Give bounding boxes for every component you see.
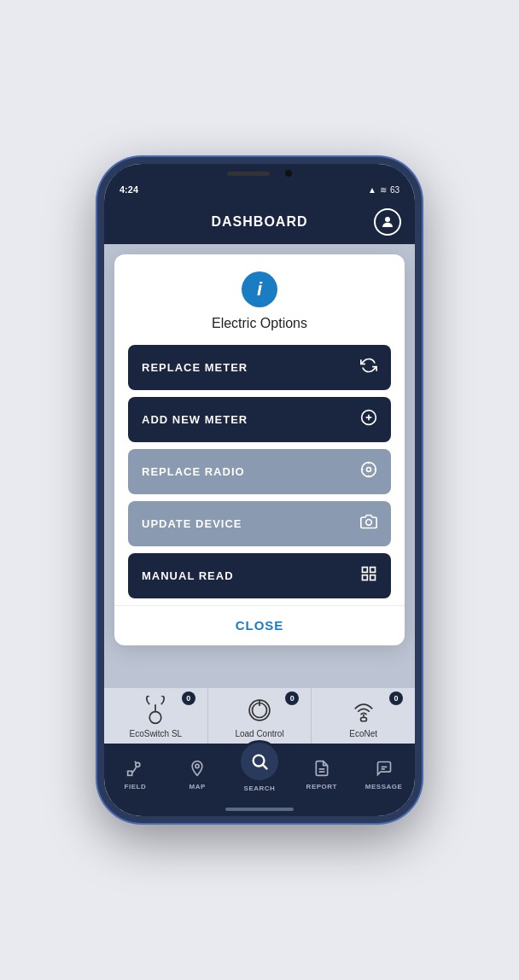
svg-point-0 [385, 217, 390, 222]
econet-badge: 0 [389, 691, 403, 705]
speaker [227, 172, 270, 176]
svg-point-24 [195, 764, 199, 767]
add-new-meter-label: ADD NEW METER [142, 413, 248, 426]
camera-icon [360, 513, 377, 534]
replace-meter-button[interactable]: REPLACE METER [128, 345, 391, 390]
report-icon [313, 760, 330, 781]
svg-point-25 [254, 755, 265, 767]
svg-rect-20 [360, 718, 366, 721]
status-time: 4:24 [120, 184, 368, 195]
icon-grid: 0 EcoSwitch SL 0 [104, 688, 415, 744]
status-icons: ▲ ≋ 63 [368, 185, 399, 195]
replace-meter-icon [360, 357, 377, 378]
replace-radio-label: REPLACE RADIO [142, 465, 245, 478]
replace-radio-button[interactable]: REPLACE RADIO [128, 449, 391, 494]
home-indicator [104, 804, 415, 816]
svg-rect-14 [370, 575, 376, 580]
add-meter-icon [360, 409, 377, 430]
close-button[interactable]: CLOSE [114, 605, 405, 645]
bottom-nav: FIELD MAP SEARCH [104, 744, 415, 804]
svg-point-10 [366, 520, 372, 526]
search-circle [238, 740, 281, 783]
app-header: DASHBOARD [104, 200, 415, 244]
notch [204, 164, 315, 183]
phone-outer: 4:24 ▲ ≋ 63 DASHBOARD ——°F ——°F [0, 0, 519, 980]
econet-item[interactable]: 0 EcoNet [312, 688, 415, 744]
header-title: DASHBOARD [145, 214, 374, 230]
svg-rect-22 [128, 771, 132, 775]
econet-icon [348, 695, 379, 726]
update-device-button[interactable]: UPDATE DEVICE [128, 501, 391, 546]
econet-label: EcoNet [349, 729, 377, 738]
manual-read-button[interactable]: MANUAL READ [128, 553, 391, 598]
grid-icon [360, 565, 377, 586]
update-device-label: UPDATE DEVICE [142, 517, 242, 530]
load-control-item[interactable]: 0 Load Control [208, 688, 312, 744]
battery-icon: 63 [390, 185, 399, 195]
nav-message[interactable]: MESSAGE [353, 760, 415, 790]
radio-icon [360, 461, 377, 482]
load-control-badge: 0 [285, 691, 299, 705]
message-label: MESSAGE [365, 783, 403, 790]
nav-report[interactable]: REPORT [290, 760, 353, 790]
profile-button[interactable] [374, 208, 401, 236]
svg-rect-13 [363, 575, 368, 580]
search-label: SEARCH [244, 785, 276, 792]
modal-title: Electric Options [128, 316, 391, 331]
svg-point-5 [367, 468, 371, 472]
load-control-label: Load Control [235, 729, 283, 738]
phone-frame: 4:24 ▲ ≋ 63 DASHBOARD ——°F ——°F [97, 157, 422, 823]
ecoswitch-item[interactable]: 0 EcoSwitch SL [104, 688, 208, 744]
replace-meter-label: REPLACE METER [142, 361, 248, 374]
ecoswitch-icon [140, 695, 171, 726]
signal-icon: ▲ [368, 185, 376, 195]
field-label: FIELD [125, 783, 147, 790]
nav-field[interactable]: FIELD [104, 760, 166, 790]
main-content: ——°F ——°F i Electric Options REPLACE MET… [104, 244, 415, 688]
home-bar [225, 808, 294, 811]
svg-line-26 [263, 765, 267, 769]
svg-point-4 [362, 463, 376, 477]
nav-map[interactable]: MAP [166, 760, 229, 790]
nav-search[interactable]: SEARCH [229, 740, 291, 792]
map-label: MAP [190, 783, 206, 790]
field-icon [126, 760, 143, 781]
wifi-icon: ≋ [380, 185, 387, 195]
svg-point-15 [150, 712, 162, 724]
report-label: REPORT [306, 783, 337, 790]
modal-box: i Electric Options REPLACE METER [114, 254, 405, 645]
map-icon [189, 760, 206, 781]
message-icon [376, 760, 393, 781]
manual-read-label: MANUAL READ [142, 569, 234, 582]
ecoswitch-badge: 0 [182, 691, 195, 705]
load-control-icon [244, 695, 275, 726]
ecoswitch-label: EcoSwitch SL [129, 729, 182, 738]
svg-rect-12 [370, 568, 376, 573]
modal-info-icon: i [242, 271, 277, 307]
add-new-meter-button[interactable]: ADD NEW METER [128, 397, 391, 442]
svg-rect-11 [363, 568, 368, 573]
status-bar: 4:24 ▲ ≋ 63 [104, 164, 415, 200]
close-label: CLOSE [236, 618, 284, 633]
icon-grid-section: 0 EcoSwitch SL 0 [104, 688, 415, 744]
modal-overlay: i Electric Options REPLACE METER [104, 244, 415, 688]
camera [285, 170, 292, 177]
